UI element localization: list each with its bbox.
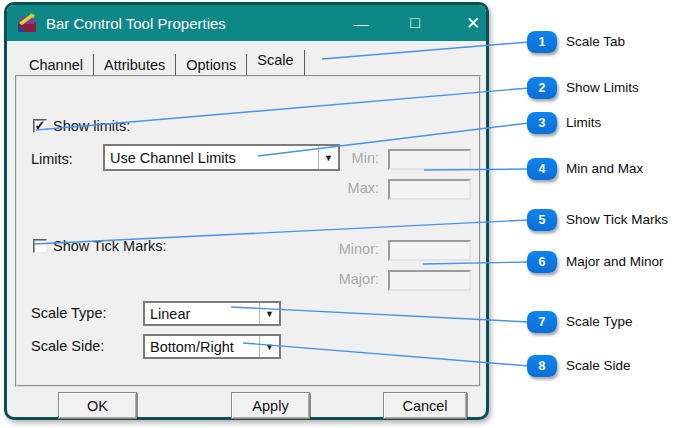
- minor-label: Minor:: [319, 241, 379, 257]
- close-button[interactable]: ✕: [457, 8, 489, 38]
- callout-badge-6: 6: [527, 251, 557, 273]
- callout-badge-7: 7: [527, 311, 557, 333]
- apply-button[interactable]: Apply: [231, 392, 310, 419]
- callout-label-6: Major and Minor: [566, 254, 664, 269]
- scale-tab-panel: ✓ Show limits: Limits: Use Channel Limit…: [15, 75, 481, 387]
- chevron-down-icon: ▼: [259, 303, 279, 324]
- titlebar: Bar Control Tool Properties — □ ✕: [7, 5, 486, 41]
- annotated-screenshot: Bar Control Tool Properties — □ ✕ Channe…: [0, 0, 677, 428]
- show-tick-marks-checkbox[interactable]: [33, 239, 47, 253]
- show-limits-checkbox[interactable]: ✓: [33, 119, 47, 133]
- tab-scale[interactable]: Scale: [247, 49, 303, 72]
- callout-label-5: Show Tick Marks: [566, 212, 668, 227]
- app-icon: [17, 13, 37, 33]
- scale-side-label: Scale Side:: [31, 338, 104, 354]
- tab-options[interactable]: Options: [176, 54, 246, 77]
- major-label: Major:: [319, 271, 379, 287]
- callout-badge-3: 3: [527, 112, 557, 134]
- scale-type-label: Scale Type:: [31, 305, 107, 321]
- show-limits-label: Show limits:: [53, 118, 130, 134]
- dialog-bar-control-tool-properties: Bar Control Tool Properties — □ ✕ Channe…: [4, 2, 489, 420]
- limits-dropdown[interactable]: Use Channel Limits ▼: [103, 144, 340, 171]
- scale-side-dropdown-value: Bottom/Right: [145, 339, 259, 355]
- limits-label: Limits:: [31, 151, 73, 167]
- scale-type-dropdown[interactable]: Linear ▼: [143, 301, 281, 326]
- maximize-button[interactable]: □: [399, 8, 431, 38]
- max-label: Max:: [319, 180, 379, 196]
- callout-badge-2: 2: [527, 77, 557, 99]
- maximize-icon: □: [410, 14, 420, 32]
- checkmark-icon: ✓: [35, 119, 46, 132]
- min-field[interactable]: [388, 149, 471, 170]
- callout-badge-8: 8: [527, 355, 557, 377]
- callout-label-3: Limits: [566, 115, 601, 130]
- min-label: Min:: [319, 150, 379, 166]
- tab-attributes[interactable]: Attributes: [94, 54, 175, 77]
- tab-bar: Channel Attributes Options Scale: [19, 49, 305, 77]
- callout-label-8: Scale Side: [566, 358, 631, 373]
- limits-dropdown-value: Use Channel Limits: [105, 150, 318, 166]
- max-field[interactable]: [388, 179, 471, 200]
- show-tick-marks-label: Show Tick Marks:: [53, 238, 167, 254]
- callout-label-1: Scale Tab: [566, 34, 625, 49]
- callout-label-7: Scale Type: [566, 314, 633, 329]
- close-icon: ✕: [466, 13, 480, 34]
- scale-side-dropdown[interactable]: Bottom/Right ▼: [143, 334, 281, 359]
- major-field[interactable]: [388, 270, 471, 291]
- callout-label-2: Show Limits: [566, 80, 639, 95]
- callout-badge-1: 1: [527, 31, 557, 53]
- minor-field[interactable]: [388, 240, 471, 261]
- tab-separator: [304, 50, 305, 77]
- cancel-button[interactable]: Cancel: [383, 392, 467, 419]
- ok-button[interactable]: OK: [58, 392, 137, 419]
- scale-type-dropdown-value: Linear: [145, 306, 259, 322]
- window-title: Bar Control Tool Properties: [46, 15, 226, 32]
- callout-badge-4: 4: [527, 158, 557, 180]
- tab-channel[interactable]: Channel: [19, 54, 93, 77]
- chevron-down-icon: ▼: [259, 336, 279, 357]
- callout-badge-5: 5: [527, 209, 557, 231]
- minimize-button[interactable]: —: [345, 8, 377, 38]
- minimize-icon: —: [354, 15, 369, 32]
- callout-label-4: Min and Max: [566, 161, 643, 176]
